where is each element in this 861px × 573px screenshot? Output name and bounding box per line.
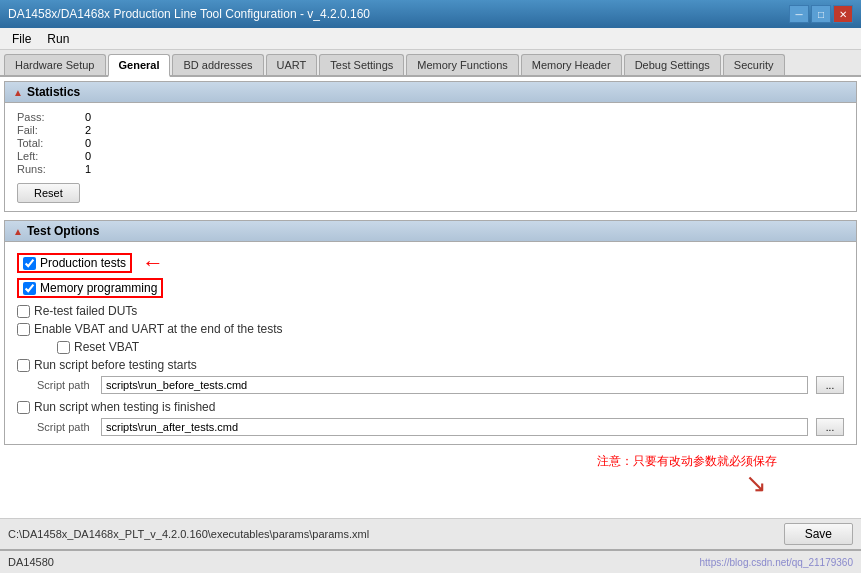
tab-uart[interactable]: UART: [266, 54, 318, 75]
reset-vbat-label[interactable]: Reset VBAT: [74, 340, 139, 354]
enable-vbat-row: Enable VBAT and UART at the end of the t…: [17, 320, 844, 338]
title-bar-text: DA1458x/DA1468x Production Line Tool Con…: [8, 7, 370, 21]
memory-programming-checkbox[interactable]: [23, 282, 36, 295]
reset-vbat-checkbox[interactable]: [57, 341, 70, 354]
file-path: C:\DA1458x_DA1468x_PLT_v_4.2.0.160\execu…: [8, 528, 369, 540]
app-window: DA1458x/DA1468x Production Line Tool Con…: [0, 0, 861, 573]
menu-file[interactable]: File: [4, 30, 39, 48]
menu-bar: File Run: [0, 28, 861, 50]
enable-vbat-checkbox[interactable]: [17, 323, 30, 336]
statistics-table: Pass: 0 Fail: 2 Total: 0 Left: 0 Runs: 1: [17, 111, 844, 175]
close-button[interactable]: ✕: [833, 5, 853, 23]
script-path-after-row: Script path ...: [37, 418, 844, 436]
script-path-before-input[interactable]: [101, 376, 808, 394]
script-path-after-label: Script path: [37, 421, 97, 433]
tab-bar: Hardware Setup General BD addresses UART…: [0, 50, 861, 77]
re-test-failed-row: Re-test failed DUTs: [17, 302, 844, 320]
watermark: https://blog.csdn.net/qq_21179360: [700, 557, 853, 568]
production-tests-checkbox[interactable]: [23, 257, 36, 270]
test-options-section: ▲ Test Options Production tests ← Memo: [4, 220, 857, 445]
run-script-before-checkbox[interactable]: [17, 359, 30, 372]
browse-before-button[interactable]: ...: [816, 376, 844, 394]
statistics-section: ▲ Statistics Pass: 0 Fail: 2 Total: 0 Le…: [4, 81, 857, 212]
statistics-header: ▲ Statistics: [5, 82, 856, 103]
production-tests-highlight: Production tests: [17, 253, 132, 273]
arrow-down: ↘: [4, 470, 857, 496]
tab-general[interactable]: General: [108, 54, 171, 77]
tab-memory-functions[interactable]: Memory Functions: [406, 54, 518, 75]
browse-after-button[interactable]: ...: [816, 418, 844, 436]
reset-vbat-row: Reset VBAT: [57, 338, 844, 356]
annotation-area: 注意：只要有改动参数就必须保存: [4, 453, 857, 470]
memory-programming-highlight: Memory programming: [17, 278, 163, 298]
tab-debug-settings[interactable]: Debug Settings: [624, 54, 721, 75]
left-value: 0: [85, 150, 125, 162]
test-options-collapse-icon[interactable]: ▲: [13, 226, 23, 237]
test-options-body: Production tests ← Memory programming Re…: [5, 242, 856, 444]
statistics-title: Statistics: [27, 85, 80, 99]
menu-run[interactable]: Run: [39, 30, 77, 48]
re-test-failed-checkbox[interactable]: [17, 305, 30, 318]
production-tests-label[interactable]: Production tests: [40, 256, 126, 270]
total-value: 0: [85, 137, 125, 149]
reset-button[interactable]: Reset: [17, 183, 80, 203]
statistics-collapse-icon[interactable]: ▲: [13, 87, 23, 98]
title-bar: DA1458x/DA1468x Production Line Tool Con…: [0, 0, 861, 28]
statistics-body: Pass: 0 Fail: 2 Total: 0 Left: 0 Runs: 1…: [5, 103, 856, 211]
fail-value: 2: [85, 124, 125, 136]
script-path-before-label: Script path: [37, 379, 97, 391]
device-status: DA14580: [8, 556, 54, 568]
script-path-after-input[interactable]: [101, 418, 808, 436]
test-options-title: Test Options: [27, 224, 99, 238]
tab-memory-header[interactable]: Memory Header: [521, 54, 622, 75]
fail-label: Fail:: [17, 124, 77, 136]
tab-security[interactable]: Security: [723, 54, 785, 75]
title-bar-controls: ─ □ ✕: [789, 5, 853, 23]
runs-label: Runs:: [17, 163, 77, 175]
tab-hardware-setup[interactable]: Hardware Setup: [4, 54, 106, 75]
run-script-after-checkbox[interactable]: [17, 401, 30, 414]
production-tests-arrow: ←: [142, 250, 164, 276]
runs-value: 1: [85, 163, 125, 175]
pass-value: 0: [85, 111, 125, 123]
tab-bd-addresses[interactable]: BD addresses: [172, 54, 263, 75]
run-script-before-label[interactable]: Run script before testing starts: [34, 358, 197, 372]
content-wrapper: ▲ Statistics Pass: 0 Fail: 2 Total: 0 Le…: [0, 77, 861, 518]
maximize-button[interactable]: □: [811, 5, 831, 23]
status-bar: DA14580 https://blog.csdn.net/qq_2117936…: [0, 549, 861, 573]
memory-programming-label[interactable]: Memory programming: [40, 281, 157, 295]
test-options-header: ▲ Test Options: [5, 221, 856, 242]
run-script-before-row: Run script before testing starts: [17, 356, 844, 374]
script-path-before-row: Script path ...: [37, 376, 844, 394]
run-script-after-label[interactable]: Run script when testing is finished: [34, 400, 215, 414]
minimize-button[interactable]: ─: [789, 5, 809, 23]
total-label: Total:: [17, 137, 77, 149]
left-label: Left:: [17, 150, 77, 162]
pass-label: Pass:: [17, 111, 77, 123]
re-test-failed-label[interactable]: Re-test failed DUTs: [34, 304, 137, 318]
save-button[interactable]: Save: [784, 523, 853, 545]
run-script-after-row: Run script when testing is finished: [17, 398, 844, 416]
enable-vbat-label[interactable]: Enable VBAT and UART at the end of the t…: [34, 322, 283, 336]
tab-test-settings[interactable]: Test Settings: [319, 54, 404, 75]
bottom-bar: C:\DA1458x_DA1468x_PLT_v_4.2.0.160\execu…: [0, 518, 861, 549]
